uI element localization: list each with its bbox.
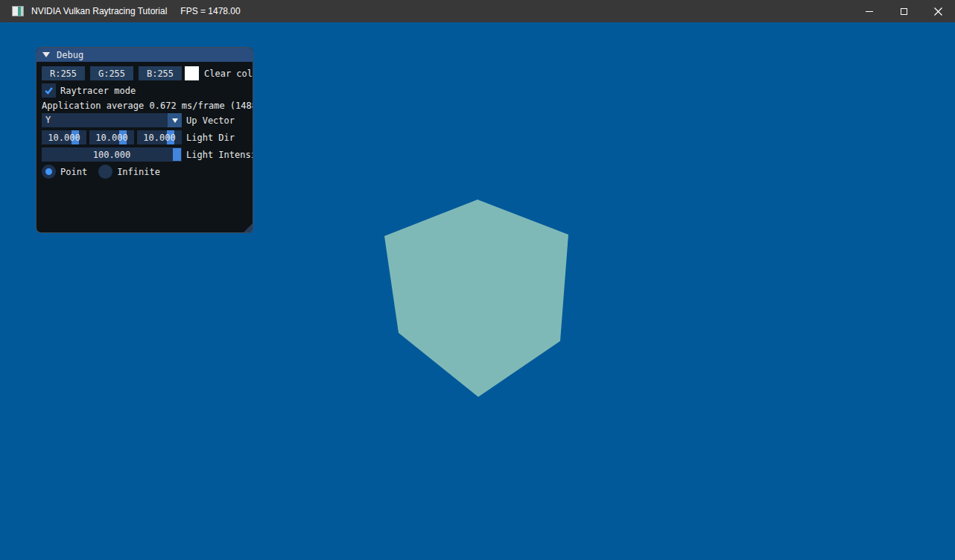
light-dir-row: 10.000 10.000 10.000 Light Dir (42, 130, 235, 144)
maximize-icon (901, 8, 907, 15)
maximize-button[interactable] (886, 0, 921, 22)
blue-value-button[interactable]: B:255 (139, 66, 182, 80)
clear-color-label: Clear color (204, 69, 253, 79)
minimize-button[interactable] (852, 0, 886, 22)
up-vector-row: Y Up Vector (42, 113, 235, 127)
up-vector-value: Y (45, 113, 51, 127)
window-title: NVIDIA Vulkan Raytracing Tutorial (31, 6, 167, 16)
infinite-radio[interactable] (98, 165, 112, 179)
close-icon (934, 7, 942, 16)
window-titlebar[interactable]: NVIDIA Vulkan Raytracing Tutorial FPS = … (0, 0, 955, 22)
infinite-radio-label: Infinite (117, 167, 160, 177)
window-controls (852, 0, 955, 22)
panel-resize-grip[interactable] (244, 223, 253, 232)
green-value-button[interactable]: G:255 (90, 66, 133, 80)
light-dir-x-value: 10.000 (48, 133, 80, 143)
light-dir-y-value: 10.000 (95, 133, 127, 143)
light-intensity-label: Light Intensi (186, 150, 253, 160)
light-intensity-slider[interactable]: 100.000 (42, 147, 182, 162)
light-intensity-value: 100.000 (93, 150, 131, 160)
light-dir-z-slider[interactable]: 10.000 (137, 130, 182, 144)
app-window: NVIDIA Vulkan Raytracing Tutorial FPS = … (0, 0, 955, 560)
debug-panel-title: Debug (57, 50, 83, 60)
point-radio-label: Point (60, 167, 87, 177)
debug-panel-titlebar[interactable]: Debug (37, 48, 253, 62)
combo-arrow-button[interactable] (168, 113, 182, 127)
up-vector-label: Up Vector (186, 115, 235, 126)
light-dir-label: Light Dir (186, 133, 235, 143)
check-icon (43, 85, 54, 96)
app-icon (12, 6, 24, 16)
raytracer-mode-row: Raytracer mode (42, 83, 136, 98)
light-type-row: Point Infinite (42, 165, 160, 179)
clear-color-swatch[interactable] (185, 66, 199, 80)
slider-grab[interactable] (173, 148, 181, 161)
close-button[interactable] (921, 0, 955, 22)
red-value-button[interactable]: R:255 (42, 66, 85, 80)
clear-color-row: R:255 G:255 B:255 Clear color (42, 66, 253, 80)
fps-counter: FPS = 1478.00 (180, 6, 240, 16)
minimize-icon (866, 11, 873, 12)
up-vector-combo[interactable]: Y (42, 113, 182, 127)
light-dir-y-slider[interactable]: 10.000 (89, 130, 134, 144)
light-dir-z-value: 10.000 (143, 133, 175, 143)
point-radio[interactable] (42, 165, 56, 179)
raytracer-mode-label: Raytracer mode (60, 86, 136, 96)
raytracer-mode-checkbox[interactable] (42, 83, 56, 98)
light-intensity-row: 100.000 Light Intensi (42, 147, 253, 162)
frame-stats-text: Application average 0.672 ms/frame (1488 (42, 101, 253, 110)
light-dir-x-slider[interactable]: 10.000 (42, 130, 86, 144)
collapse-arrow-icon[interactable] (42, 52, 50, 57)
radio-selected-dot (45, 168, 52, 175)
render-viewport[interactable]: Debug R:255 G:255 B:255 Clear color Rayt… (0, 22, 955, 560)
debug-panel[interactable]: Debug R:255 G:255 B:255 Clear color Rayt… (36, 47, 253, 233)
chevron-down-icon (172, 118, 178, 123)
cube-silhouette (384, 200, 568, 397)
